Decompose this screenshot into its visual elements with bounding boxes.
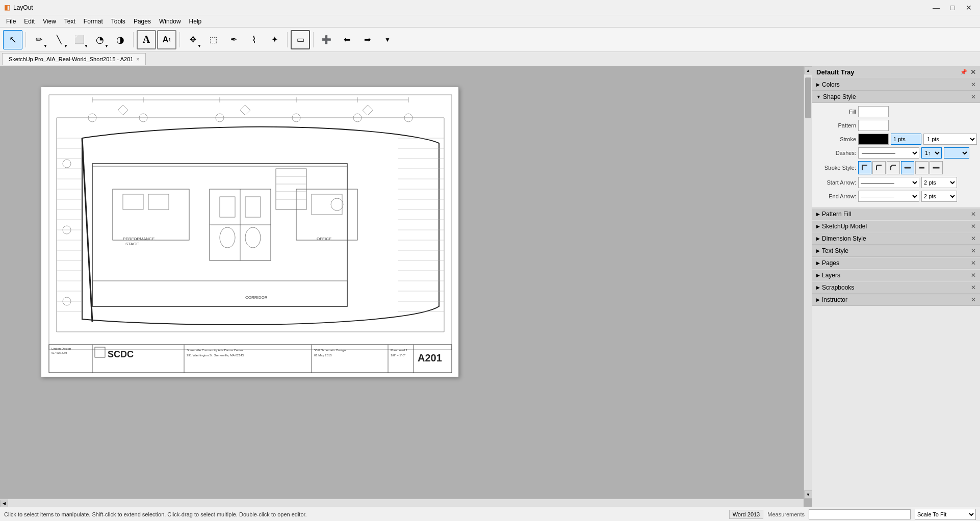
menu-format[interactable]: Format <box>80 17 107 26</box>
end-arrow-dropdown[interactable]: —————— ——————▶ ——————◆ <box>858 191 919 202</box>
tab-close[interactable]: × <box>136 57 139 62</box>
text-style-close[interactable]: ✕ <box>971 247 976 254</box>
tray-close-button[interactable]: ✕ <box>970 68 976 76</box>
pages-close[interactable]: ✕ <box>971 259 976 267</box>
pages-label: Pages <box>822 259 839 267</box>
menu-window[interactable]: Window <box>155 17 185 26</box>
section-text-style[interactable]: ▶ Text Style ✕ <box>812 245 980 257</box>
maximize-button[interactable]: □ <box>945 3 960 13</box>
text-tool[interactable]: A <box>137 30 156 49</box>
vertical-scrollbar[interactable]: ▲ ▼ <box>804 66 812 499</box>
paint-tool[interactable]: ⌇ <box>244 30 264 49</box>
pie-tool[interactable]: ◑ <box>111 30 130 49</box>
text2-tool[interactable]: A1 <box>157 30 176 49</box>
section-scrapbooks[interactable]: ▶ Scrapbooks ✕ <box>812 281 980 294</box>
add-page-button[interactable]: ➕ <box>317 30 336 49</box>
section-colors[interactable]: ▶ Colors ✕ <box>812 79 980 91</box>
horizontal-scrollbar[interactable]: ◀ <box>0 499 804 507</box>
svg-text:291 Washington St. Somerville,: 291 Washington St. Somerville, MA 02143 <box>187 354 244 357</box>
fill-color-box[interactable] <box>858 106 889 117</box>
instructor-close[interactable]: ✕ <box>971 296 976 303</box>
stroke-style-bevel[interactable] <box>887 161 900 174</box>
svg-text:1/8" = 1'-0": 1/8" = 1'-0" <box>391 354 405 357</box>
menu-file[interactable]: File <box>2 17 20 26</box>
svg-text:Linden Design: Linden Design <box>51 347 71 350</box>
close-button[interactable]: ✕ <box>962 3 976 13</box>
colors-close[interactable]: ✕ <box>971 81 976 88</box>
move-tool-arrow: ▼ <box>197 44 201 48</box>
fill-row: Fill <box>815 106 977 117</box>
stroke-style-flat-cap[interactable] <box>915 161 929 174</box>
stroke-color-box[interactable] <box>858 134 889 145</box>
dashes-small-dropdown[interactable]: 1↑ 2↑ <box>921 147 942 159</box>
scale-select[interactable]: Scale To Fit 100% 50% 200% <box>915 509 976 520</box>
menu-edit[interactable]: Edit <box>20 17 39 26</box>
dimension-style-close[interactable]: ✕ <box>971 235 976 242</box>
tray-header: Default Tray 📌 ✕ <box>812 66 980 79</box>
section-pattern-fill[interactable]: ▶ Pattern Fill ✕ <box>812 208 980 220</box>
stroke-size-dropdown[interactable]: 1 pts 2 pts 0.5 pts <box>923 134 977 145</box>
stroke-value-input[interactable] <box>891 134 921 145</box>
dashes-row: Dashes: —————— - - - - - · · · · · 1↑ 2↑ <box>815 147 977 159</box>
pattern-fill-close[interactable]: ✕ <box>971 211 976 218</box>
tab-bar: SketchUp Pro_AIA_Real-World_Short2015 - … <box>0 52 980 66</box>
end-arrow-label: End Arrow: <box>815 193 856 199</box>
measurements-input[interactable] <box>809 509 911 519</box>
svg-text:A201: A201 <box>418 352 442 363</box>
menu-tools[interactable]: Tools <box>107 17 130 26</box>
menu-text[interactable]: Text <box>60 17 80 26</box>
app-icon: ◧ <box>4 4 10 11</box>
dashes-size-dropdown[interactable] <box>944 147 969 159</box>
sketchup-model-close[interactable]: ✕ <box>971 223 976 230</box>
next-page-button[interactable]: ➡ <box>357 30 377 49</box>
stroke-row: Stroke 1 pts 2 pts 0.5 pts <box>815 134 977 145</box>
layers-chevron: ▶ <box>816 273 820 278</box>
drawing-sheet: PERFORMANCE STAGE OFFICE CORRIDOR <box>41 87 459 377</box>
scroll-up-arrow[interactable]: ▲ <box>804 66 812 74</box>
layers-close[interactable]: ✕ <box>971 272 976 279</box>
menu-pages[interactable]: Pages <box>130 17 155 26</box>
sample-tool[interactable]: ✒ <box>224 30 243 49</box>
lasso-tool[interactable]: ✦ <box>265 30 284 49</box>
section-sketchup-model[interactable]: ▶ SketchUp Model ✕ <box>812 220 980 232</box>
tab-title: SketchUp Pro_AIA_Real-World_Short2015 - … <box>9 56 133 62</box>
scroll-left-arrow[interactable]: ◀ <box>0 500 8 507</box>
document-tab[interactable]: SketchUp Pro_AIA_Real-World_Short2015 - … <box>2 53 146 65</box>
scrapbooks-close[interactable]: ✕ <box>971 284 976 291</box>
scrapbooks-label: Scrapbooks <box>822 284 854 291</box>
select-tool[interactable]: ↖ <box>3 30 22 49</box>
more-button[interactable]: ▼ <box>378 30 397 49</box>
drawing-content: PERFORMANCE STAGE OFFICE CORRIDOR <box>41 87 458 377</box>
minimize-button[interactable]: — <box>929 3 943 13</box>
scroll-down-arrow[interactable]: ▼ <box>804 490 812 499</box>
stroke-style-round-cap[interactable] <box>901 161 914 174</box>
section-pages[interactable]: ▶ Pages ✕ <box>812 257 980 269</box>
section-dimension-style[interactable]: ▶ Dimension Style ✕ <box>812 232 980 245</box>
layers-label: Layers <box>822 272 840 279</box>
stroke-style-square-cap[interactable] <box>930 161 943 174</box>
shape-style-close[interactable]: ✕ <box>971 93 976 100</box>
section-layers[interactable]: ▶ Layers ✕ <box>812 269 980 281</box>
svg-text:PERFORMANCE: PERFORMANCE <box>123 237 154 241</box>
start-arrow-label: Start Arrow: <box>815 179 856 186</box>
section-instructor[interactable]: ▶ Instructor ✕ <box>812 294 980 306</box>
eraser-tool[interactable]: ⬚ <box>203 30 223 49</box>
svg-text:STAGE: STAGE <box>125 242 139 246</box>
screen-tool[interactable]: ▭ <box>291 30 310 49</box>
tray-title: Default Tray <box>816 68 854 76</box>
scroll-thumb-vertical[interactable] <box>805 77 811 118</box>
stroke-style-miter[interactable] <box>858 161 871 174</box>
start-arrow-dropdown[interactable]: —————— ◀—————— ◆—————— <box>858 177 919 188</box>
prev-page-button[interactable]: ⬅ <box>337 30 356 49</box>
stroke-style-label: Stroke Style: <box>815 165 856 171</box>
dashes-dropdown[interactable]: —————— - - - - - · · · · · <box>858 147 919 159</box>
menu-view[interactable]: View <box>39 17 60 26</box>
end-arrow-size-dropdown[interactable]: 2 pts 4 pts 6 pts <box>921 191 957 202</box>
section-shape-style[interactable]: ▼ Shape Style ✕ <box>812 91 980 103</box>
pattern-color-box[interactable] <box>858 120 889 131</box>
tray-pin-button[interactable]: 📌 <box>960 69 967 75</box>
stroke-style-round-corner[interactable] <box>872 161 886 174</box>
menu-help[interactable]: Help <box>185 17 206 26</box>
canvas-area[interactable]: PERFORMANCE STAGE OFFICE CORRIDOR <box>0 66 812 507</box>
start-arrow-size-dropdown[interactable]: 2 pts 4 pts 6 pts <box>921 177 957 188</box>
